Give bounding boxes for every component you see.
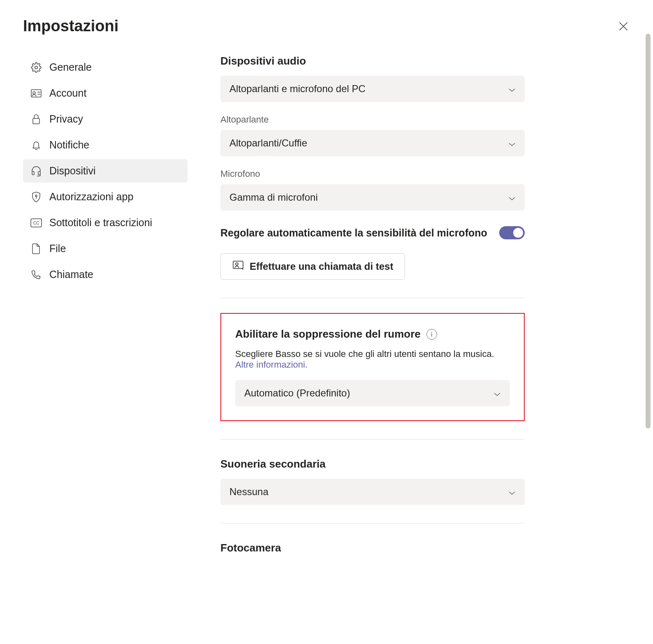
- noise-suppression-heading: Abilitare la soppressione del rumore: [235, 328, 421, 341]
- sidebar-item-privacy[interactable]: Privacy: [23, 107, 188, 131]
- audio-devices-heading: Dispositivi audio: [220, 55, 525, 67]
- test-call-button[interactable]: Effettuare una chiamata di test: [220, 253, 405, 280]
- svg-point-2: [33, 92, 35, 94]
- speaker-value: Altoparlanti/Cuffie: [229, 137, 307, 149]
- sidebar-item-label: Autorizzazioni app: [49, 191, 133, 203]
- sidebar-item-notifications[interactable]: Notifiche: [23, 133, 188, 157]
- scrollbar[interactable]: [646, 34, 651, 429]
- file-icon: [30, 243, 42, 255]
- secondary-ringer-select[interactable]: Nessuna: [220, 479, 525, 505]
- divider: [220, 439, 525, 440]
- lock-icon: [30, 114, 42, 125]
- more-info-link[interactable]: Altre informazioni.: [235, 359, 308, 370]
- chevron-down-icon: [508, 137, 516, 149]
- svg-point-10: [236, 263, 238, 265]
- shield-key-icon: [30, 191, 42, 203]
- phone-icon: [30, 269, 42, 280]
- svg-rect-4: [32, 171, 34, 175]
- gear-icon: [30, 62, 42, 73]
- noise-suppression-select[interactable]: Automatico (Predefinito): [235, 380, 510, 406]
- sidebar-item-label: Account: [49, 87, 86, 99]
- test-call-icon: [232, 260, 244, 273]
- auto-adjust-toggle[interactable]: [499, 226, 525, 239]
- camera-heading: Fotocamera: [220, 542, 525, 554]
- close-button[interactable]: [617, 20, 630, 33]
- close-icon: [619, 22, 628, 31]
- chevron-down-icon: [508, 192, 516, 203]
- sidebar-item-account[interactable]: Account: [23, 81, 188, 105]
- svg-rect-5: [38, 171, 40, 175]
- noise-suppression-value: Automatico (Predefinito): [244, 387, 350, 399]
- sidebar-item-label: Generale: [49, 61, 92, 73]
- svg-point-0: [35, 66, 38, 69]
- microphone-label: Microfono: [220, 169, 525, 179]
- chevron-down-icon: [508, 486, 516, 498]
- test-call-label: Effettuare una chiamata di test: [250, 261, 393, 272]
- microphone-value: Gamma di microfoni: [229, 192, 318, 203]
- svg-point-6: [35, 195, 37, 197]
- sidebar-item-general[interactable]: Generale: [23, 56, 188, 79]
- chevron-down-icon: [493, 387, 501, 399]
- audio-devices-value: Altoparlanti e microfono del PC: [229, 83, 366, 95]
- id-card-icon: [30, 88, 42, 99]
- chevron-down-icon: [508, 83, 516, 95]
- settings-sidebar: Generale Account Privacy Notifiche Dispo: [23, 47, 188, 563]
- speaker-select[interactable]: Altoparlanti/Cuffie: [220, 130, 525, 156]
- noise-suppression-highlight: Abilitare la soppressione del rumore i S…: [220, 313, 525, 421]
- sidebar-item-label: Sottotitoli e trascrizioni: [49, 217, 152, 229]
- sidebar-item-label: Privacy: [49, 113, 83, 125]
- sidebar-item-label: Notifiche: [49, 139, 89, 151]
- secondary-ringer-heading: Suoneria secondaria: [220, 458, 525, 470]
- sidebar-item-files[interactable]: File: [23, 237, 188, 260]
- bell-icon: [30, 139, 42, 151]
- svg-rect-3: [33, 118, 39, 124]
- secondary-ringer-value: Nessuna: [229, 486, 269, 498]
- auto-adjust-label: Regolare automaticamente la sensibilità …: [220, 227, 487, 239]
- speaker-label: Altoparlante: [220, 114, 525, 125]
- settings-main: Dispositivi audio Altoparlanti e microfo…: [188, 47, 525, 563]
- svg-text:CC: CC: [33, 221, 39, 225]
- sidebar-item-label: File: [49, 243, 66, 255]
- audio-devices-select[interactable]: Altoparlanti e microfono del PC: [220, 76, 525, 102]
- sidebar-item-label: Dispositivi: [49, 165, 96, 177]
- cc-icon: CC: [30, 217, 42, 229]
- page-title: Impostazioni: [23, 17, 118, 35]
- sidebar-item-calls[interactable]: Chiamate: [23, 263, 188, 286]
- headset-icon: [30, 165, 42, 177]
- info-icon[interactable]: i: [426, 329, 437, 340]
- sidebar-item-app-permissions[interactable]: Autorizzazioni app: [23, 185, 188, 208]
- sidebar-item-captions[interactable]: CC Sottotitoli e trascrizioni: [23, 211, 188, 234]
- noise-suppression-description: Scegliere Basso se si vuole che gli altr…: [235, 349, 494, 359]
- divider: [220, 523, 525, 524]
- sidebar-item-label: Chiamate: [49, 269, 93, 280]
- divider: [220, 298, 525, 298]
- microphone-select[interactable]: Gamma di microfoni: [220, 184, 525, 211]
- sidebar-item-devices[interactable]: Dispositivi: [23, 159, 188, 183]
